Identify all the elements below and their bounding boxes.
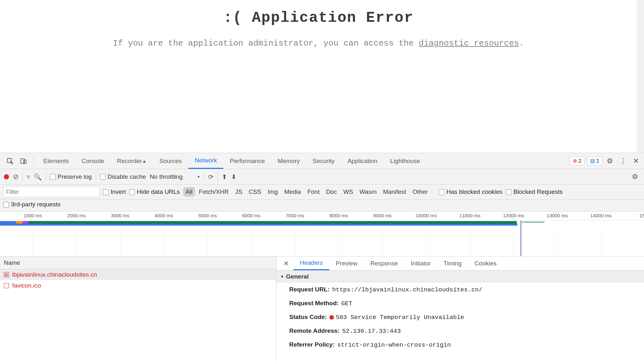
details-tab-response[interactable]: Response [364,256,404,270]
timeline-gridline [426,226,426,256]
throttling-select[interactable]: No throttling ▼ [150,173,200,180]
details-tabs: ✕ HeadersPreviewResponseInitiatorTimingC… [276,256,644,271]
timeline-playhead[interactable] [521,220,521,256]
timeline-gridline [514,226,514,256]
request-list-header[interactable]: Name [0,256,276,269]
request-row[interactable]: lbjavainlinux.chinacloudsites.cn [0,269,276,280]
details-tab-headers[interactable]: Headers [293,256,329,270]
error-page: :( Application Error If you are the appl… [0,0,637,49]
devtools-tab-network[interactable]: Network [188,153,224,169]
filter-type-wasm[interactable]: Wasm [357,187,379,197]
diagnostic-link[interactable]: diagnostic resources [419,39,519,48]
filter-type-css[interactable]: CSS [246,187,264,197]
invert-label: Invert [111,188,126,195]
general-section-title: General [286,273,309,280]
message-badge[interactable]: ▤1 [587,157,602,165]
filter-input[interactable] [3,186,100,197]
header-key: Status Code: [289,314,327,321]
network-settings-icon[interactable]: ⚙ [630,173,640,181]
devtools-tab-lighthouse[interactable]: Lighthouse [384,153,426,169]
devtools-tab-memory[interactable]: Memory [271,153,306,169]
devtools-tab-elements[interactable]: Elements [37,153,75,169]
devtools-tab-recorder[interactable]: Recorder ▲ [111,153,153,169]
filter-toggle-icon[interactable]: ▿ [27,173,30,181]
has-blocked-cookies-checkbox[interactable]: Has blocked cookies [439,188,502,195]
message-count: 1 [596,158,599,164]
close-details-icon[interactable]: ✕ [279,260,293,267]
filter-type-doc[interactable]: Doc [323,187,339,197]
search-icon[interactable]: 🔍 [34,173,42,181]
timeline-bar [0,221,16,224]
filter-type-all[interactable]: All [183,187,195,197]
document-icon [4,272,9,277]
devtools-tab-application[interactable]: Application [341,153,384,169]
error-badge[interactable]: ⊗2 [570,157,584,165]
request-list: Name lbjavainlinux.chinacloudsites.cnfav… [0,256,276,362]
filter-bar: Invert Hide data URLs AllFetch/XHRJSCSSI… [0,185,644,200]
error-subtitle-prefix: If you are the application administrator… [113,39,419,48]
filter-type-other[interactable]: Other [410,187,431,197]
hide-data-urls-checkbox[interactable]: Hide data URLs [129,188,180,195]
more-icon[interactable]: ⋮ [618,157,629,165]
details-tab-preview[interactable]: Preview [329,256,364,270]
divider [204,172,204,181]
timeline-tick: 5000 ms [198,213,217,218]
details-tab-timing[interactable]: Timing [437,256,468,270]
filter-type-img[interactable]: Img [265,187,281,197]
inspect-icon[interactable] [6,157,14,165]
timeline-gridline [470,226,470,256]
request-row[interactable]: favicon.ico [0,280,276,291]
devtools-tab-performance[interactable]: Performance [223,153,271,169]
filter-type-media[interactable]: Media [282,187,304,197]
clear-button[interactable]: ⊘ [13,173,19,181]
timeline-tick: 7000 ms [286,213,304,218]
network-toolbar: ⊘ ▿ 🔍 Preserve log Disable cache No thro… [0,169,644,185]
timeline-tick: 8000 ms [329,213,348,218]
devtools-tabs: ElementsConsoleRecorder ▲SourcesNetworkP… [0,153,644,169]
record-button[interactable] [4,174,9,179]
filter-type-font[interactable]: Font [305,187,322,197]
invert-checkbox[interactable]: Invert [103,188,126,195]
preserve-log-checkbox[interactable]: Preserve log [50,173,92,180]
timeline-gridline [164,226,164,256]
devtools-tab-console[interactable]: Console [75,153,111,169]
upload-har-icon[interactable]: ⬆ [222,173,227,181]
timeline-tick: 12000 ms [503,213,524,218]
settings-icon[interactable]: ⚙ [605,157,615,165]
page-viewport[interactable]: :( Application Error If you are the appl… [0,0,644,153]
timeline-tick: 9000 ms [373,213,392,218]
details-body[interactable]: ▼ General Request URL:https://lbjavainli… [276,271,644,362]
timeline-tick: 13000 ms [547,213,568,218]
error-title: :( Application Error [0,10,637,26]
blocked-requests-label: Blocked Requests [514,188,563,195]
hide-data-urls-label: Hide data URLs [137,188,180,195]
header-key: Remote Address: [289,327,340,334]
filter-type-js[interactable]: JS [233,187,245,197]
network-conditions-icon[interactable]: ⟳ [208,173,214,181]
blocked-requests-checkbox[interactable]: Blocked Requests [506,188,563,195]
filter-type-fetch-xhr[interactable]: Fetch/XHR [196,187,231,197]
header-value: GET [341,300,352,307]
download-har-icon[interactable]: ⬇ [231,173,237,181]
timeline-tick: 3000 ms [111,213,130,218]
network-timeline[interactable]: 1000 ms2000 ms3000 ms4000 ms5000 ms6000 … [0,211,644,256]
header-key: Request Method: [289,300,339,307]
third-party-checkbox[interactable]: 3rd-party requests [3,201,60,208]
devtools-tab-security[interactable]: Security [306,153,341,169]
timeline-gridline [208,226,208,256]
timeline-tick: 4000 ms [155,213,173,218]
timeline-gridline [251,226,252,256]
devtools-tab-sources[interactable]: Sources [153,153,188,169]
disable-cache-checkbox[interactable]: Disable cache [100,173,146,180]
timeline-gridline [557,226,558,256]
close-devtools-icon[interactable]: ✕ [631,157,641,165]
error-subtitle: If you are the application administrator… [0,38,637,49]
divider [46,172,46,181]
details-tab-cookies[interactable]: Cookies [468,256,503,270]
details-tab-initiator[interactable]: Initiator [404,256,437,270]
error-subtitle-suffix: . [519,39,524,48]
device-toggle-icon[interactable] [19,157,28,165]
filter-type-ws[interactable]: WS [341,187,356,197]
filter-type-manifest[interactable]: Manifest [380,187,409,197]
general-section-header[interactable]: ▼ General [276,271,644,283]
